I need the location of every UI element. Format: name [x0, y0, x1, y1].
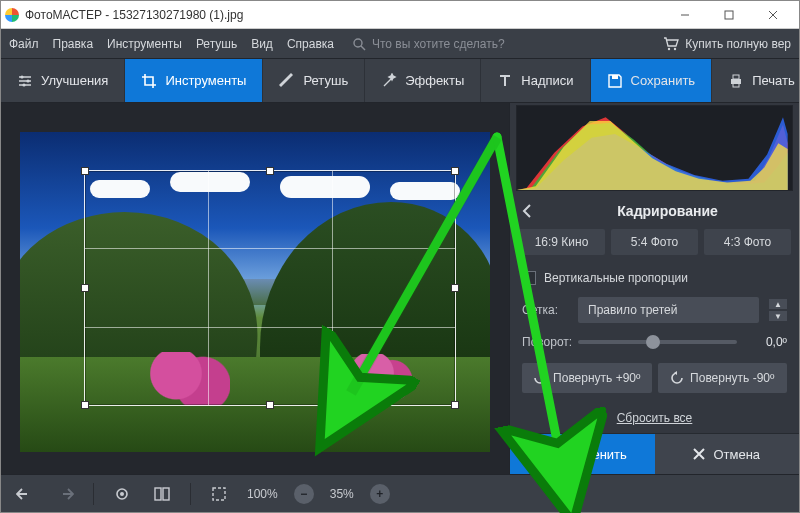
crop-handle-nw[interactable]: [81, 167, 89, 175]
histogram: [516, 105, 793, 191]
toolbar-save[interactable]: Сохранить: [591, 59, 713, 102]
toolbar-save-label: Сохранить: [631, 73, 696, 88]
toolbar-captions-label: Надписи: [521, 73, 573, 88]
print-icon: [728, 73, 744, 89]
app-logo-icon: [5, 8, 19, 22]
toolbar-retouch[interactable]: Ретушь: [263, 59, 365, 102]
window-title: ФотоМАСТЕР - 15327130271980 (1).jpg: [25, 8, 243, 22]
zoom-out-button[interactable]: −: [294, 484, 314, 504]
window-maximize-button[interactable]: [707, 1, 751, 29]
toolbar-tools-label: Инструменты: [165, 73, 246, 88]
rotate-cw-icon: [533, 371, 547, 385]
toolbar-tools[interactable]: Инструменты: [125, 59, 263, 102]
buy-full-button[interactable]: Купить полную вер: [663, 37, 791, 51]
ratio-16-9[interactable]: 16:9 Кино: [518, 229, 605, 255]
svg-rect-13: [733, 75, 739, 79]
menu-tools[interactable]: Инструменты: [107, 37, 182, 51]
toolbar-effects[interactable]: Эффекты: [365, 59, 481, 102]
menu-retouch[interactable]: Ретушь: [196, 37, 237, 51]
zoom-current-label: 35%: [330, 487, 354, 501]
toolbar-improve[interactable]: Улучшения: [1, 59, 125, 102]
text-icon: [497, 73, 513, 89]
grid-spinner[interactable]: ▲▼: [769, 299, 787, 321]
cancel-button[interactable]: Отмена: [655, 434, 800, 474]
grid-label: Сетка:: [522, 303, 568, 317]
toolbar-improve-label: Улучшения: [41, 73, 108, 88]
svg-rect-1: [725, 11, 733, 19]
svg-point-7: [674, 47, 676, 49]
svg-rect-11: [612, 75, 618, 79]
rotate-minus90-button[interactable]: Повернуть -90º: [658, 363, 788, 393]
crop-handle-w[interactable]: [81, 284, 89, 292]
menu-search[interactable]: Что вы хотите сделать?: [352, 37, 505, 51]
wand-icon: [381, 73, 397, 89]
svg-rect-19: [213, 488, 225, 500]
check-icon: [538, 447, 552, 461]
menu-edit[interactable]: Правка: [53, 37, 94, 51]
crop-handle-n[interactable]: [266, 167, 274, 175]
cart-icon: [663, 37, 679, 51]
ratio-5-4[interactable]: 5:4 Фото: [611, 229, 698, 255]
ratio-4-3[interactable]: 4:3 Фото: [704, 229, 791, 255]
photo-preview[interactable]: [20, 132, 490, 452]
rotate-slider-thumb[interactable]: [646, 335, 660, 349]
svg-point-16: [120, 492, 124, 496]
crop-handle-s[interactable]: [266, 401, 274, 409]
toolbar-print-label: Печать: [752, 73, 795, 88]
rotate-plus90-label: Повернуть +90º: [553, 371, 640, 385]
brush-icon: [279, 73, 295, 89]
crop-handle-ne[interactable]: [451, 167, 459, 175]
undo-button[interactable]: [13, 482, 37, 506]
redo-button[interactable]: [53, 482, 77, 506]
crop-handle-sw[interactable]: [81, 401, 89, 409]
toolbar-effects-label: Эффекты: [405, 73, 464, 88]
menubar: Файл Правка Инструменты Ретушь Вид Справ…: [1, 29, 799, 59]
svg-rect-17: [155, 488, 161, 500]
apply-button[interactable]: Применить: [510, 434, 655, 474]
vertical-proportions-label: Вертикальные пропорции: [544, 271, 688, 285]
svg-point-6: [668, 47, 670, 49]
crop-rectangle[interactable]: [84, 170, 456, 406]
cancel-label: Отмена: [713, 447, 760, 462]
crop-icon: [141, 73, 157, 89]
vertical-proportions-row[interactable]: Вертикальные пропорции: [510, 265, 799, 291]
crop-handle-e[interactable]: [451, 284, 459, 292]
reset-all-link[interactable]: Сбросить все: [510, 401, 799, 433]
svg-point-9: [26, 79, 29, 82]
vertical-proportions-checkbox[interactable]: [522, 271, 536, 285]
sliders-icon: [17, 73, 33, 89]
menu-help[interactable]: Справка: [287, 37, 334, 51]
menu-search-placeholder: Что вы хотите сделать?: [372, 37, 505, 51]
window-close-button[interactable]: [751, 1, 795, 29]
rotate-plus90-button[interactable]: Повернуть +90º: [522, 363, 652, 393]
buy-full-label: Купить полную вер: [685, 37, 791, 51]
rotate-ccw-icon: [670, 371, 684, 385]
back-icon[interactable]: [520, 203, 536, 219]
close-icon: [693, 448, 705, 460]
toolbar-print[interactable]: Печать: [712, 59, 800, 102]
crop-handle-se[interactable]: [451, 401, 459, 409]
rotate-slider[interactable]: [578, 340, 737, 344]
save-icon: [607, 73, 623, 89]
grid-dropdown[interactable]: Правило третей: [578, 297, 759, 323]
svg-point-4: [354, 39, 362, 47]
svg-line-5: [361, 46, 365, 50]
panel-title: Кадрирование: [546, 203, 789, 219]
grid-dropdown-value: Правило третей: [588, 303, 677, 317]
zoom-in-button[interactable]: +: [370, 484, 390, 504]
window-minimize-button[interactable]: [663, 1, 707, 29]
fit-screen-button[interactable]: [207, 482, 231, 506]
menu-file[interactable]: Файл: [9, 37, 39, 51]
compare-before-after-button[interactable]: [110, 482, 134, 506]
toolbar: Улучшения Инструменты Ретушь Эффекты Над…: [1, 59, 799, 103]
toolbar-retouch-label: Ретушь: [303, 73, 348, 88]
zoom-fit-label: 100%: [247, 487, 278, 501]
search-icon: [352, 37, 366, 51]
toolbar-captions[interactable]: Надписи: [481, 59, 590, 102]
svg-point-8: [20, 75, 23, 78]
canvas-area[interactable]: [1, 103, 509, 474]
rotate-label: Поворот:: [522, 335, 568, 349]
split-view-button[interactable]: [150, 482, 174, 506]
menu-view[interactable]: Вид: [251, 37, 273, 51]
rotate-value: 0,0º: [747, 335, 787, 349]
